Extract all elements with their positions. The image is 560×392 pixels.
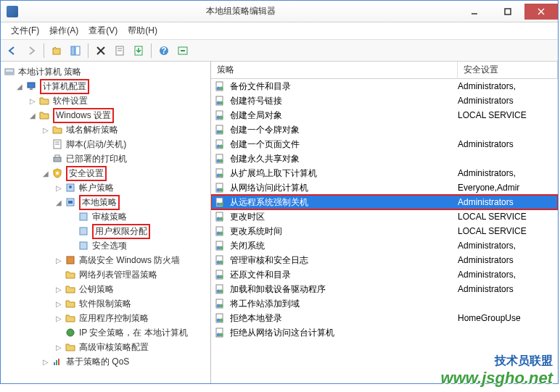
minimize-button[interactable] <box>458 4 491 20</box>
tree-security-options[interactable]: 安全选项 <box>1 238 210 253</box>
tree-network-list[interactable]: 网络列表管理器策略 <box>1 267 210 282</box>
list-row[interactable]: 从远程系统强制关机Administrators <box>211 195 558 209</box>
list-row[interactable]: 更改时区LOCAL SERVICE <box>211 209 558 224</box>
list-panel[interactable]: 策略 安全设置 备份文件和目录Administrators,创建符号链接Admi… <box>211 62 558 383</box>
expand-icon[interactable]: ▷ <box>54 299 63 308</box>
toolbar-separator <box>44 43 44 58</box>
tree-root[interactable]: 本地计算机 策略 <box>1 64 210 79</box>
list-row[interactable]: 创建永久共享对象 <box>211 151 558 166</box>
tree-firewall[interactable]: ▷ 高级安全 Windows 防火墙 <box>1 253 210 267</box>
expand-icon[interactable]: ▷ <box>54 183 63 192</box>
tree-panel[interactable]: 本地计算机 策略 ◢ 计算机配置 ▷ 软件设置 ◢ Windows 设置 <box>1 62 211 383</box>
delete-button[interactable] <box>92 42 110 59</box>
list-row[interactable]: 创建一个令牌对象 <box>211 122 558 137</box>
list-row[interactable]: 创建符号链接Administrators <box>211 93 558 108</box>
collapse-icon[interactable]: ◢ <box>28 111 37 120</box>
tree-scripts[interactable]: 脚本(启动/关机) <box>1 137 210 151</box>
column-security[interactable]: 安全设置 <box>458 62 558 79</box>
tree-label: 应用程序控制策略 <box>79 312 149 325</box>
tree-list-button[interactable] <box>67 42 84 59</box>
menu-file[interactable]: 文件(F) <box>7 23 44 38</box>
list-row[interactable]: 创建全局对象LOCAL SERVICE <box>211 108 558 122</box>
expand-icon[interactable]: ▷ <box>41 125 50 134</box>
menu-action[interactable]: 操作(A) <box>45 23 83 38</box>
list-row[interactable]: 将工作站添加到域 <box>211 296 558 311</box>
svg-text:?: ? <box>161 46 166 56</box>
list-row[interactable]: 拒绝从网络访问这台计算机 <box>211 325 558 340</box>
collapse-icon[interactable]: ◢ <box>15 82 24 91</box>
security-setting: Everyone,Admir <box>458 183 558 193</box>
policy-icon <box>214 80 226 92</box>
tree-audit-policy[interactable]: 审核策略 <box>1 209 210 224</box>
svg-rect-6 <box>75 46 80 55</box>
expand-icon[interactable]: ▷ <box>54 256 63 264</box>
menu-view[interactable]: 查看(V) <box>84 23 122 38</box>
security-setting: Administrators <box>458 96 558 106</box>
policy-icon <box>214 138 226 150</box>
tree-public-key[interactable]: ▷ 公钥策略 <box>1 282 210 296</box>
tree-account-policies[interactable]: ▷ 帐户策略 <box>1 180 210 195</box>
options-icon <box>78 240 89 251</box>
expand-icon[interactable]: ▷ <box>54 314 63 322</box>
expand-icon[interactable]: ▷ <box>54 343 63 351</box>
export-button[interactable] <box>130 42 147 59</box>
collapse-icon[interactable]: ◢ <box>41 169 50 178</box>
security-setting: Administrators <box>458 197 558 207</box>
help-button[interactable]: ? <box>155 42 173 59</box>
up-button[interactable] <box>48 42 65 59</box>
list-row[interactable]: 从扩展坞上取下计算机Administrators, <box>211 166 558 180</box>
toolbar: ? <box>1 40 558 62</box>
list-row[interactable]: 拒绝本地登录HomeGroupUse <box>211 311 558 325</box>
svg-point-73 <box>220 246 223 250</box>
menu-help[interactable]: 帮助(H) <box>123 23 162 38</box>
folder-icon <box>65 298 76 309</box>
svg-rect-33 <box>67 257 74 264</box>
column-policy[interactable]: 策略 <box>211 62 458 79</box>
policy-name: 创建一个页面文件 <box>230 138 458 151</box>
svg-rect-35 <box>54 362 55 365</box>
list-row[interactable]: 还原文件和目录Administrators, <box>211 267 558 282</box>
expand-icon[interactable]: ▷ <box>41 357 50 366</box>
policy-name: 创建全局对象 <box>230 109 458 122</box>
maximize-button[interactable] <box>491 4 524 20</box>
tree-qos[interactable]: ▷ 基于策略的 QoS <box>1 354 210 369</box>
list-row[interactable]: 关闭系统Administrators, <box>211 238 558 253</box>
window-title: 本地组策略编辑器 <box>24 5 458 17</box>
tree-windows-settings[interactable]: ◢ Windows 设置 <box>1 108 210 122</box>
tree-security-settings[interactable]: ◢ 安全设置 <box>1 166 210 180</box>
tree-user-rights[interactable]: 用户权限分配 <box>1 224 210 238</box>
tree-computer-config[interactable]: ◢ 计算机配置 <box>1 79 210 93</box>
list-row[interactable]: 加载和卸载设备驱动程序Administrators <box>211 282 558 296</box>
svg-point-46 <box>220 116 223 120</box>
tree-software-restrict[interactable]: ▷ 软件限制策略 <box>1 296 210 311</box>
expand-icon[interactable]: ▷ <box>54 285 63 293</box>
tree-local-policies[interactable]: ◢ 本地策略 <box>1 195 210 209</box>
audit-icon <box>78 211 89 222</box>
svg-point-49 <box>220 130 223 134</box>
close-button[interactable] <box>524 4 558 20</box>
tree-deployed-printers[interactable]: 已部署的打印机 <box>1 151 210 166</box>
list-row[interactable]: 更改系统时间LOCAL SERVICE <box>211 224 558 238</box>
forward-button[interactable] <box>22 42 40 59</box>
security-setting: LOCAL SERVICE <box>458 212 558 222</box>
tree-advanced-audit[interactable]: ▷ 高级审核策略配置 <box>1 340 210 354</box>
tree-dns-policy[interactable]: ▷ 域名解析策略 <box>1 122 210 137</box>
tree-app-control[interactable]: ▷ 应用程序控制策略 <box>1 311 210 325</box>
tree-ip-security[interactable]: IP 安全策略，在 本地计算机 <box>1 325 210 340</box>
list-row[interactable]: 管理审核和安全日志Administrators <box>211 253 558 267</box>
security-setting: Administrators <box>458 255 558 265</box>
tree-label: 安全设置 <box>69 168 104 178</box>
properties-button[interactable] <box>111 42 128 59</box>
expand-icon[interactable]: ▷ <box>28 96 37 105</box>
filter-button[interactable] <box>174 42 192 59</box>
list-row[interactable]: 创建一个页面文件Administrators <box>211 137 558 151</box>
policy-icon <box>214 298 226 309</box>
list-row[interactable]: 从网络访问此计算机Everyone,Admir <box>211 180 558 195</box>
svg-point-34 <box>67 329 74 336</box>
policy-name: 关闭系统 <box>230 240 458 252</box>
back-button[interactable] <box>4 42 21 59</box>
list-row[interactable]: 备份文件和目录Administrators, <box>211 79 558 93</box>
collapse-icon[interactable]: ◢ <box>54 198 63 207</box>
tree-software-settings[interactable]: ▷ 软件设置 <box>1 93 210 108</box>
tree-label: 脚本(启动/关机) <box>66 138 126 151</box>
